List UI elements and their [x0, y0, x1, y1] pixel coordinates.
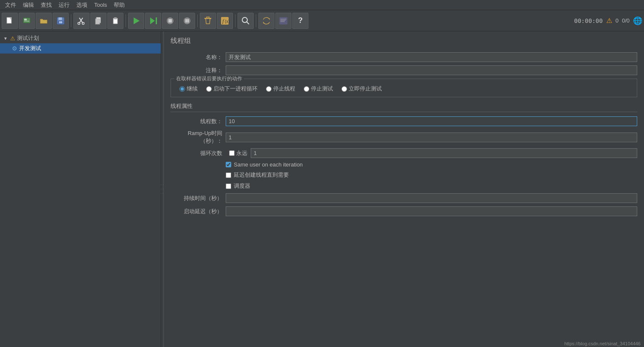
name-label: 名称： — [171, 54, 226, 61]
radio-stop-test-input[interactable] — [304, 86, 309, 92]
test-plan-label: 测试计划 — [17, 34, 39, 42]
new-button[interactable] — [2, 13, 18, 29]
template-button[interactable] — [19, 13, 35, 29]
start-no-pause-button[interactable] — [145, 13, 161, 29]
svg-rect-30 — [280, 17, 287, 24]
loop-count-row: 循环次数 永远 — [171, 148, 637, 158]
functions-button[interactable]: f(x) — [217, 13, 233, 29]
gear-icon: ⚙ — [12, 45, 17, 52]
same-user-label: Same user on each iteration — [234, 161, 303, 168]
radio-stop-now-input[interactable] — [342, 86, 347, 92]
radio-next-loop[interactable]: 启动下一进程循环 — [206, 85, 258, 93]
svg-rect-2 — [24, 19, 27, 20]
radio-next-loop-input[interactable] — [206, 86, 212, 92]
sidebar-item-test-plan[interactable]: ▼ ⚠ 测试计划 — [0, 33, 161, 43]
svg-rect-23 — [188, 19, 189, 23]
radio-continue[interactable]: 继续 — [179, 85, 198, 93]
reset-button[interactable] — [258, 13, 274, 29]
comment-input[interactable] — [226, 65, 637, 75]
toolbar-right: 00:00:00 ⚠ 0 0/0 🌐 — [574, 16, 642, 25]
radio-stop-thread[interactable]: 停止线程 — [266, 85, 295, 93]
thread-props-section: 线程属性 线程数： Ramp-Up时间（秒）： 循环次数 永远 — [171, 102, 637, 216]
same-user-row: Same user on each iteration — [171, 161, 637, 168]
loop-count-label: 循环次数 — [171, 150, 226, 157]
menu-find[interactable]: 查找 — [37, 0, 55, 10]
svg-marker-17 — [150, 17, 155, 24]
duration-row: 持续时间（秒） — [171, 193, 637, 203]
log-button[interactable] — [275, 13, 291, 29]
content-area: 线程组 名称： 注释： 在取样器错误后要执行的动作 继续 启动下一进程循环 — [164, 31, 644, 347]
delay-create-label: 延迟创建线程直到需要 — [234, 171, 289, 179]
radio-stop-thread-label: 停止线程 — [273, 85, 295, 93]
duration-input[interactable] — [226, 193, 637, 203]
thread-count-input[interactable] — [226, 116, 637, 126]
svg-rect-13 — [95, 19, 100, 24]
menu-edit[interactable]: 编辑 — [20, 0, 37, 10]
thread-props-title: 线程属性 — [171, 102, 637, 112]
start-button[interactable] — [128, 13, 144, 29]
svg-point-10 — [78, 22, 80, 24]
radio-stop-test[interactable]: 停止测试 — [304, 85, 333, 93]
error-group-legend: 在取样器错误后要执行的动作 — [174, 75, 244, 82]
sep1 — [71, 14, 71, 27]
menu-help[interactable]: 帮助 — [110, 0, 128, 10]
shutdown-button[interactable] — [179, 13, 195, 29]
stop-button[interactable] — [162, 13, 178, 29]
paste-button[interactable] — [107, 13, 123, 29]
thread-count-label: 线程数： — [171, 118, 226, 125]
thread-count-row: 线程数： — [171, 116, 637, 126]
svg-point-28 — [242, 17, 247, 23]
forever-checkbox[interactable] — [229, 150, 235, 156]
ramp-up-row: Ramp-Up时间（秒）： — [171, 130, 637, 145]
startup-delay-input[interactable] — [226, 206, 637, 216]
scheduler-label: 调度器 — [234, 182, 250, 190]
timer-display: 00:00:00 — [574, 17, 602, 24]
comment-row: 注释： — [171, 65, 637, 75]
tree-toggle-icon: ▼ — [3, 36, 8, 41]
radio-stop-now-label: 立即停止测试 — [349, 85, 382, 93]
scheduler-row: 调度器 — [171, 182, 637, 190]
section-title: 线程组 — [171, 37, 637, 45]
duration-label: 持续时间（秒） — [171, 195, 226, 202]
menu-file[interactable]: 文件 — [2, 0, 20, 10]
menu-run[interactable]: 运行 — [55, 0, 73, 10]
ramp-up-input[interactable] — [226, 133, 637, 142]
search-button[interactable] — [238, 13, 254, 29]
sep2 — [126, 14, 126, 27]
save-button[interactable] — [53, 13, 69, 29]
toolbar: f(x) ? 00:00:00 ⚠ 0 0/0 🌐 — [0, 10, 644, 31]
name-input[interactable] — [226, 52, 637, 62]
menu-options[interactable]: 选项 — [73, 0, 91, 10]
svg-rect-20 — [168, 19, 172, 23]
cut-button[interactable] — [73, 13, 90, 29]
svg-text:(x): (x) — [225, 19, 230, 24]
delay-create-checkbox[interactable] — [226, 172, 231, 178]
startup-delay-row: 启动延迟（秒） — [171, 206, 637, 216]
radio-stop-thread-input[interactable] — [266, 86, 272, 92]
radio-stop-now[interactable]: 立即停止测试 — [342, 85, 382, 93]
scheduler-checkbox[interactable] — [226, 183, 231, 189]
svg-point-11 — [82, 22, 84, 24]
open-button[interactable] — [36, 13, 52, 29]
loop-count-input[interactable] — [251, 148, 637, 158]
name-row: 名称： — [171, 52, 637, 62]
clear-button[interactable] — [200, 13, 216, 29]
statusbar-url: https://blog.csdn.net/sinat_34104446 — [564, 341, 641, 346]
radio-continue-input[interactable] — [179, 86, 185, 92]
statusbar: https://blog.csdn.net/sinat_34104446 — [561, 340, 644, 347]
test-plan-icon: ⚠ — [10, 35, 15, 42]
help-button[interactable]: ? — [292, 13, 308, 29]
sidebar-item-thread-group[interactable]: ⚙ 开发测试 — [0, 43, 161, 54]
copy-button[interactable] — [90, 13, 106, 29]
menu-tools[interactable]: Tools — [91, 1, 110, 9]
svg-rect-3 — [24, 21, 29, 22]
radio-continue-label: 继续 — [187, 85, 198, 93]
sep4 — [235, 14, 235, 27]
svg-rect-22 — [185, 19, 187, 23]
main-layout: ▼ ⚠ 测试计划 ⚙ 开发测试 ⋮⋮⋮ 线程组 名称： 注释： 在取样器错误后 — [0, 31, 644, 347]
radio-next-loop-label: 启动下一进程循环 — [213, 85, 258, 93]
delay-create-row: 延迟创建线程直到需要 — [171, 171, 637, 179]
svg-rect-24 — [204, 18, 211, 19]
same-user-checkbox[interactable] — [226, 162, 231, 167]
ramp-up-label: Ramp-Up时间（秒）： — [171, 130, 226, 145]
